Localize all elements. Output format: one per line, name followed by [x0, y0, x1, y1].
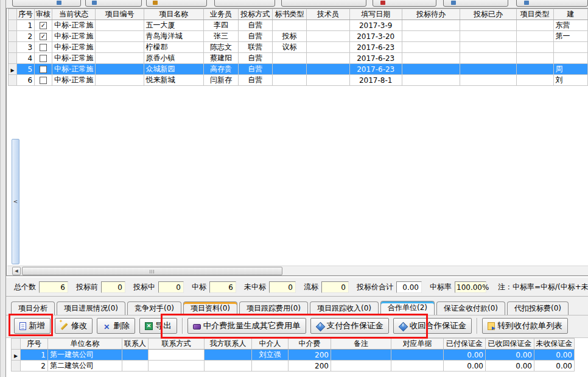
grid-cell[interactable]: 200 — [289, 361, 331, 372]
grid-cell[interactable] — [307, 53, 350, 64]
project-row[interactable]: 6中标-正常施悦来新城闫新存自营2017-8-1刘 — [9, 75, 588, 86]
partner-row[interactable]: ▶1第一建筑公司刘立强2000.000.000.00 — [12, 350, 575, 361]
grid-cell[interactable]: 0.00 — [444, 350, 486, 361]
grid-cell[interactable]: 中标-正常施 — [52, 64, 96, 75]
column-header[interactable]: 项目名称 — [144, 9, 203, 20]
grid-cell[interactable] — [307, 31, 350, 42]
grid-cell[interactable] — [516, 64, 553, 75]
grid-cell[interactable] — [122, 361, 149, 372]
grid-cell[interactable]: 自营 — [239, 53, 273, 64]
partners-table[interactable]: 序号单位名称联系人联系方式我方联系人中介人中介费备注对应单据已付保证金已收回保证… — [11, 338, 575, 372]
grid-cell[interactable] — [553, 42, 587, 53]
column-header[interactable]: 建 — [553, 9, 587, 20]
grid-cell[interactable] — [272, 64, 306, 75]
column-header[interactable]: 未收保证金 — [534, 339, 575, 350]
grid-cell[interactable]: 李四 — [204, 20, 239, 31]
grid-cell[interactable]: 众城新园 — [144, 64, 203, 75]
column-header[interactable]: 已付保证金 — [444, 339, 486, 350]
grid-cell[interactable] — [460, 31, 516, 42]
grid-cell[interactable]: 陈志文 — [204, 42, 239, 53]
column-header[interactable]: 标书类型 — [272, 9, 306, 20]
grid-cell[interactable]: 投标 — [272, 31, 306, 42]
grid-cell[interactable] — [96, 75, 144, 86]
grid-cell[interactable] — [205, 350, 252, 361]
grid-cell[interactable] — [96, 31, 144, 42]
grid-cell[interactable]: 周 — [553, 64, 587, 75]
新增-button[interactable]: 新增 — [14, 318, 51, 334]
grid-cell[interactable]: 刘立强 — [252, 350, 289, 361]
tab-项目资料[interactable]: 项目资料(0) — [183, 301, 237, 315]
grid-cell[interactable]: 2017-6-23 — [349, 53, 402, 64]
audit-checkbox[interactable]: ✓ — [40, 22, 47, 29]
column-header[interactable]: 序号 — [17, 9, 35, 20]
column-header[interactable]: 联系人 — [122, 339, 149, 350]
grid-cell[interactable]: 自营 — [239, 31, 273, 42]
grid-cell[interactable]: 高存贵 — [204, 64, 239, 75]
tab-项目跟踪收入[interactable]: 项目跟踪收入(0) — [310, 301, 379, 315]
tab-项目进展情况[interactable]: 项目进展情况(0) — [57, 301, 125, 315]
column-header[interactable]: 已收回保证金 — [486, 339, 534, 350]
grid-cell[interactable] — [307, 75, 350, 86]
grid-cell[interactable]: 2017-6-23 — [349, 42, 402, 53]
grid-cell[interactable]: 中标-正常施 — [52, 75, 96, 86]
grid-cell[interactable] — [96, 64, 144, 75]
column-header[interactable]: 当前状态 — [52, 9, 96, 20]
grid-cell[interactable] — [460, 20, 516, 31]
column-header[interactable]: 我方联系人 — [205, 339, 252, 350]
grid-cell[interactable] — [96, 20, 144, 31]
column-header[interactable]: 中介人 — [252, 339, 289, 350]
grid-cell[interactable] — [460, 64, 516, 75]
tab-保证金收付款[interactable]: 保证金收付款(0) — [436, 301, 505, 315]
project-row[interactable]: 3中标-正常施柠檬郡陈志文联营议标2017-6-23 — [9, 42, 588, 53]
grid-cell[interactable]: 2017-3-9 — [349, 20, 402, 31]
删除-button[interactable]: 删除 — [97, 318, 135, 334]
grid-cell[interactable]: 第一 — [553, 31, 587, 42]
column-header[interactable]: 对应单据 — [391, 339, 444, 350]
grid-cell[interactable]: 0.00 — [486, 350, 534, 361]
audit-checkbox[interactable]: ✓ — [40, 33, 47, 40]
grid-cell[interactable] — [402, 42, 460, 53]
收回合作保证金-button[interactable]: 收回合作保证金 — [393, 318, 472, 334]
grid-cell[interactable] — [402, 75, 460, 86]
toolbar-button-fragment[interactable] — [373, 0, 436, 7]
grid-cell[interactable] — [307, 64, 350, 75]
grid-cell[interactable]: 中标-正常施 — [52, 53, 96, 64]
grid-cell[interactable]: 2017-8-1 — [349, 75, 402, 86]
grid-cell[interactable] — [460, 53, 516, 64]
toolbar-button-fragment[interactable] — [281, 0, 366, 7]
grid-cell[interactable]: 刘 — [553, 75, 587, 86]
grid-cell[interactable]: 中标-正常施 — [52, 31, 96, 42]
grid-cell[interactable] — [553, 53, 587, 64]
grid-cell[interactable]: 议标 — [272, 42, 306, 53]
中介费批量生成其它费用单-button[interactable]: 中介费批量生成其它费用单 — [187, 318, 306, 334]
grid-cell[interactable]: 五一大厦 — [144, 20, 203, 31]
project-row[interactable]: 2✓中标-正常施青岛海洋城张三自营投标2017-3-20第一 — [9, 31, 588, 42]
grid-cell[interactable]: 第二建筑公司 — [48, 361, 122, 372]
grid-cell[interactable] — [331, 361, 391, 372]
column-header[interactable]: 项目编号 — [96, 9, 144, 20]
grid-cell[interactable] — [516, 20, 553, 31]
column-header[interactable]: 投标已办 — [460, 9, 516, 20]
project-row[interactable]: 1✓中标-正常施五一大厦李四自营2017-3-9东营 — [9, 20, 588, 31]
column-header[interactable]: 序号 — [21, 339, 48, 350]
grid-cell[interactable] — [331, 350, 391, 361]
project-row[interactable]: 4中标-正常施原香小镇蔡建阳自营2017-6-23 — [9, 53, 588, 64]
grid-cell[interactable] — [402, 64, 460, 75]
grid-cell[interactable] — [149, 361, 205, 372]
grid-cell[interactable]: 0.00 — [444, 361, 486, 372]
column-header[interactable]: 单位名称 — [48, 339, 122, 350]
toolbar-button-fragment[interactable] — [85, 0, 142, 7]
grid-cell[interactable] — [272, 75, 306, 86]
支付合作保证金-button[interactable]: 支付合作保证金 — [310, 318, 389, 334]
tab-代扣投标费[interactable]: 代扣投标费(0) — [507, 301, 569, 315]
column-header[interactable]: 备注 — [331, 339, 391, 350]
导出-button[interactable]: 导出 — [139, 318, 177, 334]
grid-cell[interactable] — [516, 75, 553, 86]
grid-cell[interactable] — [391, 350, 444, 361]
grid-cell[interactable]: 悦来新城 — [144, 75, 203, 86]
grid-cell[interactable] — [307, 20, 350, 31]
grid-cell[interactable]: 闫新存 — [204, 75, 239, 86]
grid-cell[interactable] — [252, 361, 289, 372]
column-header[interactable]: 业务员 — [204, 9, 239, 20]
tab-竞争对手[interactable]: 竞争对手(0) — [127, 301, 181, 315]
